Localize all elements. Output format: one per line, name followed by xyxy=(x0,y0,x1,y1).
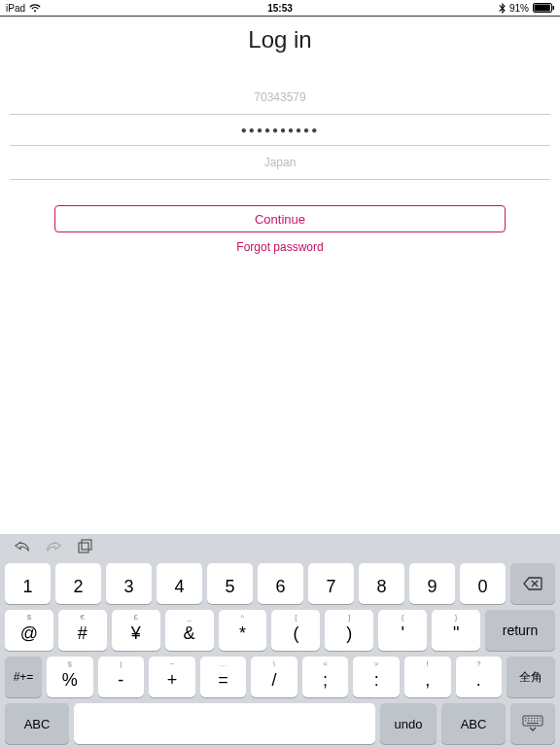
svg-rect-4 xyxy=(82,540,91,550)
region-field[interactable]: Japan xyxy=(10,146,550,180)
clipboard-icon[interactable] xyxy=(76,539,93,558)
forgot-password-link[interactable]: Forgot password xyxy=(10,240,550,254)
dismiss-keyboard-key[interactable] xyxy=(510,703,555,744)
password-field[interactable]: ●●●●●●●●●● xyxy=(10,115,550,146)
return-key[interactable]: return xyxy=(485,610,555,651)
keyboard: 1234567890 $@€#£¥_&^*[(]){'}"return #+=§… xyxy=(0,534,560,747)
backspace-key[interactable] xyxy=(510,563,555,604)
key-*[interactable]: ^* xyxy=(219,610,267,651)
key-5[interactable]: 5 xyxy=(207,563,253,604)
key-&[interactable]: _& xyxy=(165,610,214,651)
battery-percent: 91% xyxy=(509,3,529,14)
key-2[interactable]: 2 xyxy=(55,563,101,604)
key-,[interactable]: !, xyxy=(404,657,451,697)
key-"[interactable]: }" xyxy=(432,610,480,651)
status-time: 15:53 xyxy=(267,3,293,14)
key-6[interactable]: 6 xyxy=(258,563,303,604)
symbol-toggle-key[interactable]: #+= xyxy=(5,657,42,697)
continue-button[interactable]: Continue xyxy=(54,205,506,232)
page-title: Log in xyxy=(0,26,560,53)
key-=[interactable]: …= xyxy=(200,657,247,697)
key-/[interactable]: \/ xyxy=(251,657,298,697)
battery-icon xyxy=(533,3,554,13)
undo-key[interactable]: undo xyxy=(380,703,437,744)
key-.[interactable]: ?. xyxy=(456,657,503,697)
key-%[interactable]: §% xyxy=(47,657,93,697)
key-7[interactable]: 7 xyxy=(308,563,354,604)
key-0[interactable]: 0 xyxy=(460,563,506,604)
key-4[interactable]: 4 xyxy=(157,563,202,604)
login-form: 70343579 ●●●●●●●●●● Japan Continue Forgo… xyxy=(0,81,560,254)
carrier-label: iPad xyxy=(6,3,25,14)
key-¥[interactable]: £¥ xyxy=(112,610,160,651)
key-:[interactable]: >: xyxy=(353,657,400,697)
keyboard-row-bottom: ABC undo ABC xyxy=(0,703,560,744)
key-)[interactable]: ]) xyxy=(325,610,373,651)
header-divider xyxy=(0,16,560,17)
key-#[interactable]: €# xyxy=(58,610,107,651)
key-1[interactable]: 1 xyxy=(5,563,51,604)
key-8[interactable]: 8 xyxy=(359,563,404,604)
svg-rect-2 xyxy=(553,6,555,10)
username-field[interactable]: 70343579 xyxy=(10,81,550,115)
keyboard-toolbar xyxy=(0,534,560,563)
key-([interactable]: [( xyxy=(271,610,320,651)
zenkaku-key[interactable]: 全角 xyxy=(507,657,555,697)
undo-icon[interactable] xyxy=(14,539,31,558)
abc-key-right[interactable]: ABC xyxy=(441,703,506,744)
svg-rect-1 xyxy=(535,5,550,12)
bluetooth-icon xyxy=(499,3,506,14)
key-+[interactable]: ~+ xyxy=(149,657,195,697)
key-'[interactable]: {' xyxy=(378,610,427,651)
key-3[interactable]: 3 xyxy=(106,563,152,604)
space-key[interactable] xyxy=(74,703,375,744)
redo-icon[interactable] xyxy=(45,539,62,558)
key--[interactable]: |- xyxy=(98,657,145,697)
status-bar: iPad 15:53 91% xyxy=(0,0,560,16)
svg-rect-3 xyxy=(79,543,88,552)
key-@[interactable]: $@ xyxy=(5,610,53,651)
keyboard-row-3: #+=§%|-~+…=\/<;>:!,?.全角 xyxy=(0,657,560,697)
key-9[interactable]: 9 xyxy=(409,563,455,604)
key-;[interactable]: <; xyxy=(302,657,349,697)
abc-key-left[interactable]: ABC xyxy=(5,703,69,744)
keyboard-row-2: $@€#£¥_&^*[(]){'}"return xyxy=(0,610,560,651)
wifi-icon xyxy=(29,4,41,13)
keyboard-row-1: 1234567890 xyxy=(0,563,560,604)
